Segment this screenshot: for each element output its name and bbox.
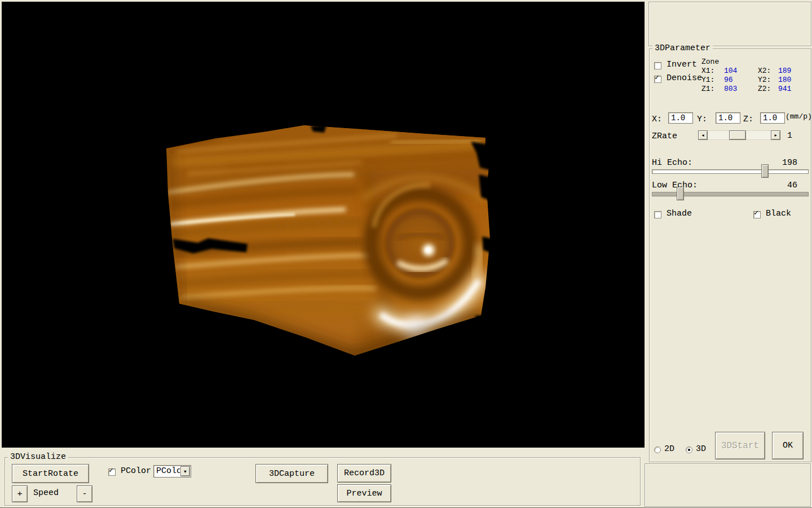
volume-render xyxy=(2,2,645,448)
zone-z1-value: 803 xyxy=(724,85,737,93)
scale-z-input[interactable]: 1.0 xyxy=(760,112,785,124)
zone-y1-label: Y1: xyxy=(701,76,714,84)
zone-z2-label: Z2: xyxy=(758,85,771,93)
zone-x1-value: 104 xyxy=(724,67,737,75)
preview-button[interactable]: Preview xyxy=(337,484,391,502)
scale-y-input[interactable]: 1.0 xyxy=(716,112,740,124)
start3d-button[interactable]: 3DStart xyxy=(715,432,765,459)
pcolor-label: PColor xyxy=(121,466,151,476)
hi-echo-thumb[interactable] xyxy=(761,164,769,178)
scale-x-value: 1.0 xyxy=(671,113,685,122)
zone-x2-value: 189 xyxy=(778,67,791,75)
denoise-label: Denoise xyxy=(667,73,702,83)
arrow-left-icon: ◄ xyxy=(701,133,704,138)
zrate-scrollbar[interactable]: ◄ ► xyxy=(698,130,780,140)
check-icon: ✓ xyxy=(109,467,113,474)
scale-y-value: 1.0 xyxy=(718,113,732,122)
scale-z-value: 1.0 xyxy=(763,113,777,122)
zone-z2-value: 941 xyxy=(778,85,791,93)
zone-z1-label: Z1: xyxy=(701,85,714,93)
render-canvas[interactable] xyxy=(2,2,645,448)
mode-3d-radio[interactable] xyxy=(686,446,692,453)
arrow-right-icon: ► xyxy=(774,133,776,138)
bottom-right-box xyxy=(645,463,811,507)
speed-plus-button[interactable]: + xyxy=(12,485,28,502)
ok-button[interactable]: OK xyxy=(772,432,804,459)
black-label: Black xyxy=(766,209,791,218)
pcolor-checkbox[interactable]: ✓ xyxy=(108,468,116,476)
zrate-scroll-left-button[interactable]: ◄ xyxy=(698,130,708,140)
zone-y1-value: 96 xyxy=(724,76,733,84)
arrow-down-icon: ▼ xyxy=(184,469,187,474)
start-rotate-button[interactable]: StartRotate xyxy=(12,464,89,483)
visualize-panel-title: 3DVisualize xyxy=(8,452,68,462)
record-3d-button[interactable]: Record3D xyxy=(337,464,391,483)
invert-checkbox[interactable] xyxy=(654,62,661,69)
speed-label: Speed xyxy=(33,488,59,498)
zone-y2-label: Y2: xyxy=(758,76,771,84)
zrate-value: 1 xyxy=(787,131,792,141)
right-top-box xyxy=(648,2,811,46)
mode-2d-label: 2D xyxy=(664,444,674,454)
zone-y2-value: 180 xyxy=(778,76,791,84)
mode-3d-label: 3D xyxy=(696,444,706,454)
zrate-track[interactable] xyxy=(708,130,771,140)
scale-z-label: Z: xyxy=(743,115,753,124)
shade-checkbox[interactable] xyxy=(654,211,661,218)
scale-unit-label: (mm/p) xyxy=(785,112,812,121)
invert-label: Invert xyxy=(667,60,697,69)
parameter-panel-title: 3DParameter xyxy=(652,43,713,54)
parameter-panel: 3DParameter Invert ✓ Denoise Zone X1: 10… xyxy=(649,49,811,462)
low-echo-track[interactable] xyxy=(652,192,809,196)
check-icon: ✓ xyxy=(754,209,758,217)
hi-echo-slider[interactable] xyxy=(652,164,809,178)
denoise-checkbox[interactable]: ✓ xyxy=(654,76,661,83)
zrate-label: ZRate xyxy=(652,132,677,141)
zone-title: Zone xyxy=(701,58,719,66)
zrate-scroll-right-button[interactable]: ► xyxy=(771,130,780,140)
scale-x-input[interactable]: 1.0 xyxy=(668,112,693,124)
speed-minus-button[interactable]: - xyxy=(77,485,92,502)
zone-x1-label: X1: xyxy=(701,67,714,75)
zrate-thumb[interactable] xyxy=(729,130,746,140)
scale-x-label: X: xyxy=(652,115,662,124)
low-echo-thumb[interactable] xyxy=(677,187,684,200)
mode-2d-radio[interactable] xyxy=(654,446,661,453)
visualize-panel: 3DVisualize StartRotate + Speed - ✓ PCol… xyxy=(5,457,641,506)
scale-y-label: Y: xyxy=(697,115,707,124)
black-checkbox[interactable]: ✓ xyxy=(753,211,761,218)
hi-echo-track[interactable] xyxy=(652,169,809,174)
check-icon: ✓ xyxy=(655,74,659,81)
low-echo-slider[interactable] xyxy=(652,187,809,200)
pcolor-dropdown[interactable]: PColor ▼ xyxy=(153,465,191,478)
capture-3d-button[interactable]: 3DCapture xyxy=(255,464,328,483)
shade-label: Shade xyxy=(667,209,692,218)
zone-x2-label: X2: xyxy=(758,67,771,75)
pcolor-dropdown-button[interactable]: ▼ xyxy=(180,466,190,476)
pcolor-dropdown-value: PColor xyxy=(154,466,180,477)
app-window: 3DParameter Invert ✓ Denoise Zone X1: 10… xyxy=(0,0,812,508)
